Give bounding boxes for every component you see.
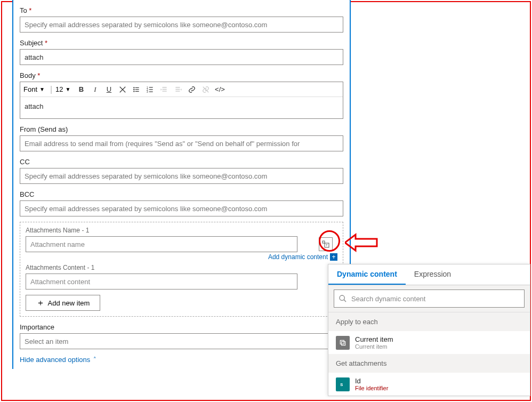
svg-text:T: T	[326, 244, 328, 247]
svg-line-24	[344, 300, 346, 302]
body-editor: Font▼ | 12▼ B I U 123	[20, 82, 343, 119]
cc-input[interactable]	[20, 168, 343, 184]
to-label: To *	[20, 6, 343, 14]
svg-rect-11	[149, 91, 153, 92]
add-new-item-button[interactable]: ＋ Add new item	[26, 295, 100, 311]
dc-item-current-item[interactable]: Current item Current item	[328, 331, 530, 354]
dc-section-apply-to-each: Apply to each	[328, 312, 530, 331]
indent-icon[interactable]	[173, 84, 183, 95]
sharepoint-icon: S	[336, 377, 350, 391]
svg-text:3: 3	[147, 90, 148, 93]
plus-icon: ＋	[36, 298, 45, 309]
tab-dynamic-content[interactable]: Dynamic content	[328, 264, 406, 285]
hide-advanced-options-link[interactable]: Hide advanced options ˄	[20, 356, 343, 364]
attachments-name-input[interactable]	[26, 236, 297, 252]
font-color-icon[interactable]	[117, 84, 128, 95]
bullet-list-icon[interactable]	[131, 84, 142, 95]
svg-rect-7	[149, 87, 153, 87]
svg-point-0	[134, 87, 135, 88]
att-content-label: Attachments Content - 1	[26, 264, 337, 271]
svg-rect-1	[135, 87, 139, 87]
attachments-group: Attachments Name - 1 T Add dynamic conte…	[20, 222, 343, 317]
from-input[interactable]	[20, 135, 343, 151]
dynamic-content-panel: Dynamic content Expression Search dynami…	[328, 264, 530, 396]
body-textarea[interactable]: attach	[20, 97, 343, 118]
svg-rect-12	[163, 87, 167, 87]
svg-rect-17	[176, 91, 180, 91]
importance-select[interactable]: Select an item ▾	[20, 333, 343, 349]
svg-rect-5	[135, 91, 139, 91]
svg-rect-25	[340, 340, 344, 344]
dc-item-id[interactable]: S Id File identifier	[328, 373, 530, 396]
svg-rect-9	[149, 89, 153, 90]
link-icon[interactable]	[187, 84, 197, 95]
bold-icon[interactable]: B	[76, 84, 86, 95]
svg-rect-26	[342, 341, 345, 345]
body-label: Body *	[20, 71, 343, 79]
importance-label: Importance	[20, 323, 343, 331]
att-name-label: Attachments Name - 1	[26, 227, 337, 234]
dc-section-get-attachments: Get attachments	[328, 354, 530, 373]
svg-text:S: S	[340, 382, 343, 387]
plus-icon: +	[330, 253, 337, 261]
svg-rect-15	[176, 87, 180, 87]
svg-rect-13	[163, 89, 167, 89]
bcc-input[interactable]	[20, 200, 343, 216]
search-icon	[338, 294, 347, 303]
email-action-card: To * Subject * Body * Font▼ | 12▼ B I U …	[12, 0, 351, 369]
body-toolbar: Font▼ | 12▼ B I U 123	[20, 82, 343, 97]
svg-rect-3	[135, 89, 139, 90]
code-view-icon[interactable]: </>	[214, 84, 225, 95]
subject-input[interactable]	[20, 49, 343, 65]
switch-to-array-button[interactable]: T	[319, 237, 333, 251]
to-input[interactable]	[20, 17, 343, 33]
svg-point-4	[134, 91, 135, 92]
svg-rect-14	[163, 91, 167, 91]
bcc-label: BCC	[20, 190, 343, 198]
add-dynamic-content-link[interactable]: Add dynamic content +	[26, 253, 337, 261]
font-select[interactable]: Font▼	[23, 85, 47, 93]
numbered-list-icon[interactable]: 123	[145, 84, 156, 95]
underline-icon[interactable]: U	[103, 84, 114, 95]
outdent-icon[interactable]	[159, 84, 170, 95]
svg-point-23	[340, 295, 344, 300]
chevron-up-icon: ˄	[93, 356, 96, 363]
svg-rect-19	[323, 241, 325, 243]
svg-rect-16	[176, 89, 180, 89]
svg-point-2	[134, 89, 135, 90]
attachments-content-input[interactable]	[26, 274, 297, 290]
font-size-select[interactable]: 12▼	[55, 85, 72, 93]
tab-expression[interactable]: Expression	[406, 264, 460, 285]
loop-icon	[336, 336, 350, 350]
subject-label: Subject *	[20, 39, 343, 47]
array-mode-icon: T	[321, 240, 330, 248]
italic-icon[interactable]: I	[90, 84, 100, 95]
unlink-icon[interactable]	[200, 84, 211, 95]
cc-label: CC	[20, 158, 343, 166]
dynamic-content-search[interactable]: Search dynamic content	[334, 290, 525, 308]
from-label: From (Send as)	[20, 125, 343, 133]
